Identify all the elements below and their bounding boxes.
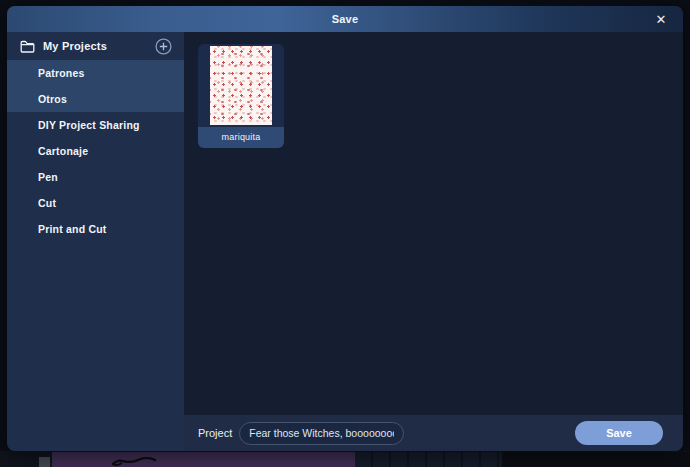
save-dialog: Save ✕ My Projects Patrones <box>7 6 683 451</box>
sidebar-item-otros[interactable]: Otros <box>7 86 184 112</box>
background-swoosh-drawing <box>110 455 158 467</box>
projects-panel: mariquita Project Save <box>184 32 683 451</box>
sidebar-item-diy-project-sharing[interactable]: DIY Project Sharing <box>7 112 184 138</box>
sidebar-item-print-and-cut[interactable]: Print and Cut <box>7 216 184 242</box>
background-canvas-strip <box>52 452 355 467</box>
sidebar-item-patrones[interactable]: Patrones <box>7 60 184 86</box>
close-icon[interactable]: ✕ <box>651 6 671 32</box>
background-layer-cells <box>355 452 502 467</box>
sidebar-item-cartonaje[interactable]: Cartonaje <box>7 138 184 164</box>
sidebar-header: My Projects <box>7 32 184 60</box>
background-gray-chip <box>39 457 50 467</box>
folders-sidebar: My Projects Patrones Otros DIY Project S… <box>7 32 184 451</box>
dialog-title: Save <box>332 13 359 25</box>
add-folder-button[interactable] <box>155 38 172 55</box>
save-footer-bar: Project Save <box>184 415 683 451</box>
screen: Save ✕ My Projects Patrones <box>0 0 690 467</box>
project-card-mariquita[interactable]: mariquita <box>198 44 284 148</box>
project-field-label: Project <box>198 427 232 439</box>
project-name-label: mariquita <box>198 127 284 148</box>
project-thumbnail-wrap <box>198 44 284 127</box>
background-bottom-right <box>502 452 690 467</box>
dialog-body: My Projects Patrones Otros DIY Project S… <box>7 32 683 451</box>
folder-icon <box>20 40 35 53</box>
dialog-titlebar: Save ✕ <box>7 6 683 32</box>
sidebar-item-pen[interactable]: Pen <box>7 164 184 190</box>
save-button[interactable]: Save <box>575 421 663 445</box>
projects-grid: mariquita <box>184 32 683 415</box>
sidebar-item-cut[interactable]: Cut <box>7 190 184 216</box>
project-name-input[interactable] <box>239 422 404 445</box>
project-thumbnail-image <box>210 46 272 125</box>
my-projects-label: My Projects <box>43 40 107 52</box>
